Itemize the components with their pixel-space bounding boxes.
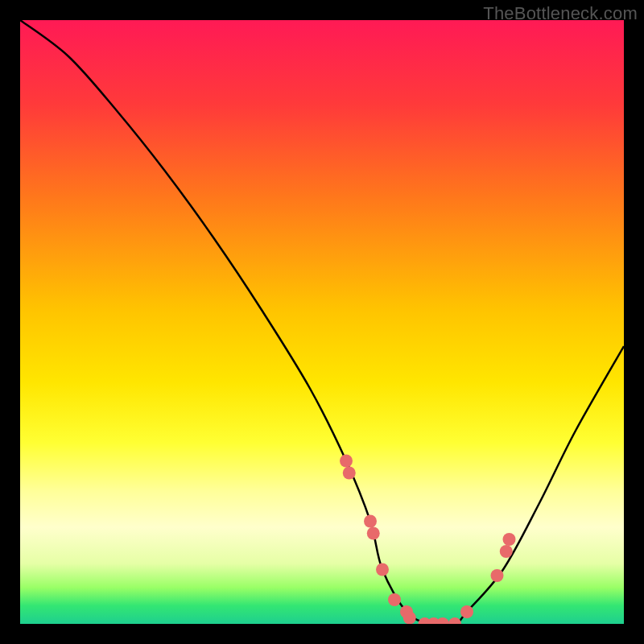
chart-frame [20, 20, 624, 624]
watermark-text: TheBottleneck.com [483, 3, 638, 24]
plot-background-gradient [20, 20, 624, 624]
